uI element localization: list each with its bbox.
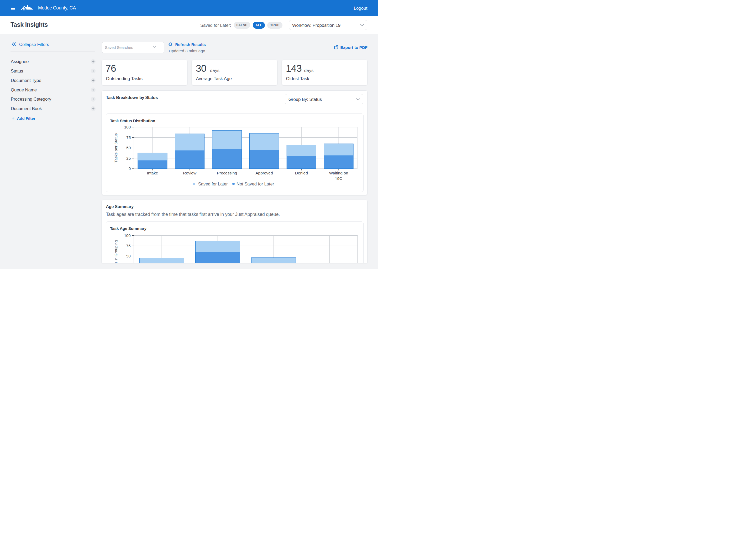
svg-text:100: 100 xyxy=(124,125,131,129)
svg-text:Waiting on: Waiting on xyxy=(329,171,348,175)
svg-text:100: 100 xyxy=(124,233,130,238)
svg-text:75: 75 xyxy=(126,243,131,248)
svg-text:Approved: Approved xyxy=(256,171,273,175)
svg-text:0: 0 xyxy=(129,166,131,171)
svg-text:19C: 19C xyxy=(335,176,342,181)
svg-text:Processing: Processing xyxy=(217,171,237,175)
svg-text:Denied: Denied xyxy=(295,171,308,175)
svg-text:Tasks per Status: Tasks per Status xyxy=(114,134,118,163)
svg-text:50: 50 xyxy=(126,254,131,258)
svg-text:Tasks in Grouping: Tasks in Grouping xyxy=(114,240,118,263)
svg-text:Review: Review xyxy=(183,171,197,175)
svg-text:Intake: Intake xyxy=(147,171,158,175)
svg-text:75: 75 xyxy=(126,135,131,140)
svg-text:25: 25 xyxy=(126,156,131,161)
svg-text:50: 50 xyxy=(126,145,131,150)
